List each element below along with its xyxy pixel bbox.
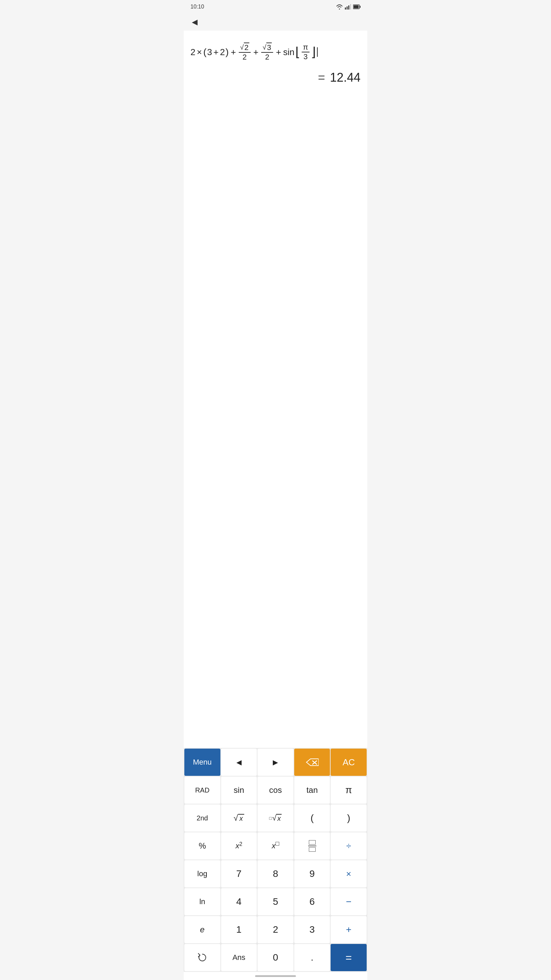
fraction-key-icon (308, 840, 316, 852)
svg-rect-2 (348, 5, 349, 10)
open-paren-button[interactable]: ( (294, 804, 330, 832)
rotate-icon (197, 952, 208, 963)
result-display: = 12.44 (191, 67, 360, 92)
expr-plus4: + (276, 47, 281, 57)
7-button[interactable]: 7 (221, 860, 257, 888)
expression-display: 2 × ( 3 + 2 ) + √2 2 + √3 2 + sin ⌊ π 3 (191, 37, 360, 67)
rad-button[interactable]: RAD (184, 776, 221, 804)
bottom-nav-bar (255, 975, 296, 977)
svg-rect-0 (345, 8, 346, 10)
nthroot-button[interactable]: □√x (257, 804, 294, 832)
fraction-button[interactable] (294, 832, 330, 859)
close-paren-button[interactable]: ) (330, 804, 367, 832)
expr-sin: sin (283, 47, 294, 57)
plus-button[interactable]: + (330, 916, 367, 943)
backspace-button[interactable] (294, 749, 330, 776)
cursor-right-button[interactable]: ▶ (257, 749, 294, 776)
dot-button[interactable]: . (294, 944, 330, 971)
expr-frac1-num: √2 (239, 43, 251, 53)
cursor-left-button[interactable]: ◀ (221, 749, 257, 776)
expr-open-paren1: ( (203, 47, 206, 57)
nthroot-key-icon: □√x (269, 814, 282, 822)
status-bar: 10:10 (184, 0, 367, 14)
menu-button[interactable]: Menu (184, 749, 221, 776)
3-button[interactable]: 3 (294, 916, 330, 943)
expr-times: × (197, 47, 202, 57)
signal-icon (345, 4, 351, 10)
backspace-icon (306, 757, 319, 767)
equals-sign: = (318, 70, 325, 84)
sqrt-button[interactable]: √x (221, 804, 257, 832)
svg-rect-3 (350, 4, 351, 10)
bottom-nav (184, 972, 367, 980)
cursor (317, 47, 318, 57)
percent-button[interactable]: % (184, 832, 221, 859)
svg-rect-5 (360, 6, 361, 8)
expr-plus2: + (230, 47, 236, 57)
expr-frac1: √2 2 (239, 43, 251, 62)
6-button[interactable]: 6 (294, 888, 330, 915)
9-button[interactable]: 9 (294, 860, 330, 888)
svg-rect-6 (354, 5, 359, 8)
x-squared-icon: x2 (235, 842, 242, 850)
log-button[interactable]: log (184, 860, 221, 888)
divide-button[interactable]: ÷ (330, 832, 367, 859)
expr-frac1-den: 2 (241, 53, 248, 62)
keyboard: Menu ◀ ▶ AC RAD sin cos tan π 2nd √x □√x… (184, 748, 367, 972)
expr-frac2: √3 2 (261, 43, 273, 62)
expr-3: 3 (207, 47, 212, 57)
ln-button[interactable]: ln (184, 888, 221, 915)
cos-button[interactable]: cos (257, 776, 294, 804)
expr-frac2-den: 2 (264, 53, 271, 62)
svg-rect-1 (346, 6, 348, 10)
expr-close-paren2: ⌋ (311, 46, 316, 59)
x-power-icon: x (272, 842, 279, 850)
expr-frac3: π 3 (302, 43, 310, 62)
0-button[interactable]: 0 (257, 944, 294, 971)
status-icons (336, 4, 360, 10)
5-button[interactable]: 5 (257, 888, 294, 915)
2-button[interactable]: 2 (257, 916, 294, 943)
expr-close-paren1: ) (225, 47, 229, 57)
1-button[interactable]: 1 (221, 916, 257, 943)
expr-frac2-num: √3 (261, 43, 273, 53)
tan-button[interactable]: tan (294, 776, 330, 804)
back-button[interactable]: ◀ (186, 15, 203, 29)
expr-2: 2 (191, 47, 195, 57)
result-value: 12.44 (330, 70, 360, 84)
rotate-button[interactable] (184, 944, 221, 971)
expr-frac3-den: 3 (302, 52, 309, 61)
x-power-button[interactable]: x (257, 832, 294, 859)
equals-button[interactable]: = (330, 944, 367, 971)
multiply-button[interactable]: × (330, 860, 367, 888)
2nd-button[interactable]: 2nd (184, 804, 221, 832)
4-button[interactable]: 4 (221, 888, 257, 915)
pi-button[interactable]: π (330, 776, 367, 804)
8-button[interactable]: 8 (257, 860, 294, 888)
minus-button[interactable]: − (330, 888, 367, 915)
display-area: 2 × ( 3 + 2 ) + √2 2 + √3 2 + sin ⌊ π 3 (184, 30, 367, 748)
ac-button[interactable]: AC (330, 749, 367, 776)
ans-button[interactable]: Ans (221, 944, 257, 971)
e-button[interactable]: e (184, 916, 221, 943)
expr-plus1: + (213, 47, 218, 57)
sin-button[interactable]: sin (221, 776, 257, 804)
expr-2b: 2 (220, 47, 225, 57)
expr-plus3: + (253, 47, 259, 57)
expr-frac3-num: π (302, 43, 310, 52)
expr-open-paren2: ⌊ (295, 46, 300, 59)
sqrt-key-icon: √x (233, 813, 244, 823)
x-squared-button[interactable]: x2 (221, 832, 257, 859)
wifi-icon (336, 4, 343, 10)
battery-icon (353, 5, 360, 9)
status-time: 10:10 (191, 4, 204, 10)
